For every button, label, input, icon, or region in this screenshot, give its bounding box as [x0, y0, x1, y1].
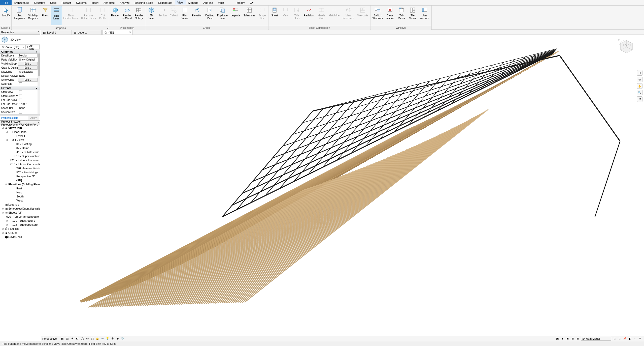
tree-item[interactable]: C20 - Interior Finish — [0, 166, 40, 170]
menu-addins[interactable]: Add-Ins — [201, 0, 215, 5]
tree-toggle-icon[interactable]: ⊟ — [1, 127, 4, 129]
vc-crop-region-icon[interactable]: ⬚ — [90, 337, 95, 341]
menu-insert[interactable]: Insert — [89, 0, 101, 5]
drafting-view-button[interactable]: DraftingView — [204, 6, 216, 25]
tree-item[interactable]: North — [0, 190, 40, 194]
sheet-button[interactable]: Sheet — [269, 6, 280, 25]
switch-windows-button[interactable]: SwitchWindows — [371, 6, 384, 25]
prop-value[interactable]: 12000' — [18, 102, 38, 106]
vc-select-face-icon[interactable]: ◧ — [628, 337, 632, 341]
tree-item[interactable]: South — [0, 194, 40, 198]
tree-item[interactable]: 02 - Demo — [0, 146, 40, 150]
nav-wheel-button[interactable]: ◎ — [637, 77, 642, 82]
prop-checkbox[interactable] — [18, 82, 38, 86]
tree-item[interactable]: {3D} — [0, 178, 40, 182]
menu-annotate[interactable]: Annotate — [101, 0, 117, 5]
thin-lines-button[interactable]: ThinLines — [51, 6, 62, 25]
tree-toggle-icon[interactable]: ⊟ — [5, 131, 8, 133]
nav-full-button[interactable]: ⊡ — [637, 70, 642, 76]
menu-collaborate[interactable]: Collaborate — [156, 0, 175, 5]
tree-item[interactable]: ⊟Floor Plans — [0, 130, 40, 134]
prop-dropdown[interactable]: Medium — [18, 54, 38, 57]
prop-edit-button[interactable]: Edit... — [18, 78, 38, 82]
vc-options2-icon[interactable]: ⊡ — [570, 337, 575, 341]
tree-item[interactable]: ⊞▦Schedules/Quantities (all) — [0, 207, 40, 211]
tree-item[interactable]: B20 - Exterior Enclosure — [0, 158, 40, 162]
plan-views-button[interactable]: PlanViews — [179, 6, 190, 25]
doc-tab-1[interactable]: ▦Level 1 — [72, 30, 102, 35]
prop-value[interactable]: None — [18, 74, 38, 78]
duplicate-view-button[interactable]: DuplicateView — [216, 6, 229, 25]
render-cloud-button[interactable]: Renderin Cloud — [121, 6, 133, 25]
vc-select-pinned-icon[interactable]: 📌 — [623, 337, 627, 341]
vc-worksharing-icon[interactable]: ⚙ — [110, 337, 115, 341]
menu-architecture[interactable]: Architecture — [12, 0, 31, 5]
view-cube[interactable]: FRONT — [616, 37, 636, 57]
render-button[interactable]: Render — [110, 6, 121, 25]
tree-item[interactable]: East — [0, 186, 40, 190]
tree-item[interactable]: B10 - Superstructure — [0, 154, 40, 158]
tree-toggle-icon[interactable]: ⊟ — [1, 211, 4, 214]
tree-item[interactable]: 000 - Temporary Schedule Sheet — [0, 215, 40, 219]
vc-select-links-icon[interactable]: ⬚ — [613, 337, 617, 341]
view-templates-button[interactable]: ViewTemplates — [12, 6, 27, 25]
elevation-button[interactable]: Elevation — [190, 6, 204, 25]
vc-crop-icon[interactable]: ▭ — [85, 337, 90, 341]
menu-file[interactable]: File — [0, 0, 12, 5]
menu-systems[interactable]: Systems — [73, 0, 89, 5]
tile-views-button[interactable]: TileViews — [407, 6, 418, 25]
filters-button[interactable]: Filters — [40, 6, 51, 25]
prop-group-extents[interactable]: Extents⬥ — [0, 86, 40, 90]
properties-title-bar[interactable]: Properties ✕ — [0, 30, 40, 35]
tree-item[interactable]: ⊟▭Sheets (all) — [0, 211, 40, 215]
prop-checkbox[interactable] — [18, 110, 38, 114]
user-interface-button[interactable]: UserInterface — [418, 6, 431, 25]
tree-toggle-icon[interactable]: ⊟ — [5, 139, 8, 141]
tree-item[interactable]: ⊞凸Families — [0, 227, 40, 231]
vc-temp-hide-icon[interactable]: 👓 — [100, 337, 105, 341]
vc-options1-icon[interactable]: ⊞ — [565, 337, 570, 341]
menu-modify[interactable]: Modify — [234, 1, 247, 4]
revisions-button[interactable]: Revisions — [302, 6, 316, 25]
prop-edit-button[interactable]: Edit... — [18, 66, 38, 70]
tab-views-button[interactable]: TabViews — [396, 6, 407, 25]
prop-checkbox[interactable] — [18, 98, 38, 102]
tree-item[interactable]: A10 - Substructure — [0, 150, 40, 154]
nav-zoom-button[interactable]: 🔍 — [637, 90, 642, 95]
select-panel-dropdown[interactable]: Select ▾ — [0, 26, 11, 30]
tree-item[interactable]: C10 - Interior Construction — [0, 162, 40, 166]
vc-analytical-icon[interactable]: ◈ — [115, 337, 120, 341]
tree-item[interactable]: ⊟3D Views — [0, 138, 40, 142]
graphics-panel-expand[interactable]: ◢ — [107, 26, 108, 30]
vc-select-underlay-icon[interactable]: ⬚ — [618, 337, 622, 341]
3d-viewport[interactable]: FRONT ⊡ ◎ ✋ 🔍 ⟲ — [41, 35, 644, 336]
vc-selection-icon[interactable]: ▣ — [555, 337, 560, 341]
workset-dropdown[interactable]: :0Main Model — [581, 337, 611, 341]
properties-scrollbar[interactable] — [38, 50, 40, 115]
menu-manage[interactable]: Manage — [186, 0, 201, 5]
tree-item[interactable]: ⊞102 - Superstructure — [0, 223, 40, 227]
prop-checkbox[interactable] — [18, 90, 38, 94]
tree-item[interactable]: ⬤Revit Links — [0, 235, 40, 239]
menu-massingsite[interactable]: Massing & Site — [132, 0, 155, 5]
vc-shadows-icon[interactable]: ◐ — [75, 337, 80, 341]
menu-steel[interactable]: Steel — [48, 0, 59, 5]
edit-type-button[interactable]: ⊞Edit Type — [25, 45, 40, 49]
tree-item[interactable]: Perspective 3D — [0, 174, 40, 178]
vc-last-icon[interactable]: ▽ — [638, 337, 642, 341]
prop-group-graphics[interactable]: Graphics⬥ — [0, 50, 40, 54]
properties-help-link[interactable]: Properties help — [1, 117, 18, 119]
modify-tool-button[interactable]: Modify — [1, 6, 12, 25]
vc-visual-style-icon[interactable]: ◫ — [65, 337, 70, 341]
tree-toggle-icon[interactable]: ⊞ — [5, 223, 8, 226]
tree-item[interactable]: 01 - Existing — [0, 142, 40, 146]
vc-unlocked-icon[interactable]: 🔓 — [95, 337, 100, 341]
tree-item[interactable]: ⊞101 - Substructure — [0, 219, 40, 223]
tree-toggle-icon[interactable]: ⊞ — [1, 227, 4, 230]
render-gallery-button[interactable]: RenderGallery — [133, 6, 145, 25]
prop-checkbox[interactable] — [18, 94, 38, 98]
prop-value[interactable]: Show Original — [18, 58, 38, 62]
schedules-button[interactable]: Schedules — [242, 6, 257, 25]
menu-structure[interactable]: Structure — [31, 0, 48, 5]
tree-item[interactable]: ⊟◎Views (all) — [0, 126, 40, 130]
